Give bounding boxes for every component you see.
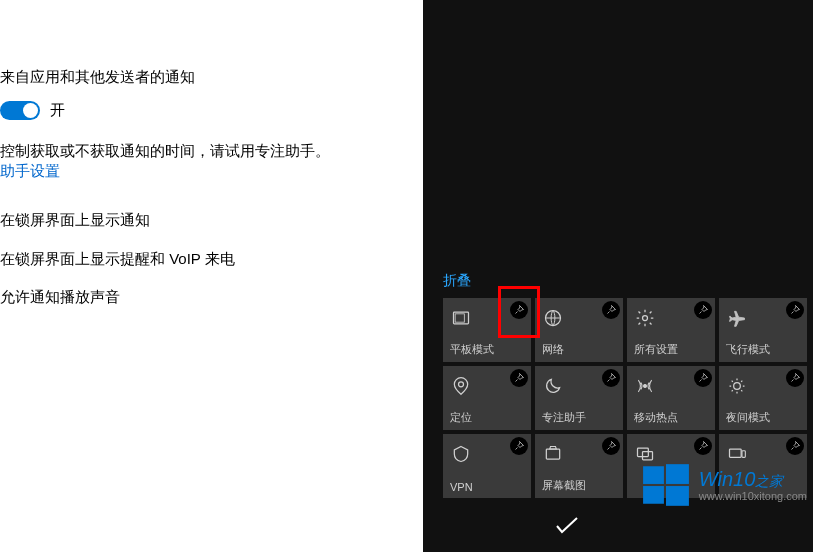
svg-point-4: [459, 382, 464, 387]
pin-badge: [786, 369, 804, 387]
svg-rect-9: [643, 452, 653, 460]
svg-point-5: [643, 384, 646, 387]
tile-label: 平板模式: [450, 342, 494, 357]
focus-hint-text: 控制获取或不获取通知的时间，请试用专注助手。: [0, 140, 423, 163]
red-highlight-box: [498, 286, 540, 338]
tile-label: 专注助手: [542, 410, 586, 425]
watermark-suffix: 之家: [755, 473, 783, 489]
pin-badge: [694, 301, 712, 319]
gear-icon: [635, 308, 655, 328]
lockscreen-remind-checkbox[interactable]: 在锁屏界面上显示提醒和 VoIP 来电: [0, 248, 423, 271]
pin-badge: [510, 369, 528, 387]
svg-rect-1: [455, 314, 464, 322]
svg-rect-12: [643, 466, 664, 484]
notifications-label: 来自应用和其他发送者的通知: [0, 66, 423, 89]
pin-badge: [602, 369, 620, 387]
svg-rect-10: [730, 449, 742, 457]
svg-rect-13: [666, 464, 689, 484]
tile-vpn[interactable]: VPN: [443, 434, 531, 498]
svg-rect-14: [643, 486, 664, 504]
tile-all-settings[interactable]: 所有设置: [627, 298, 715, 362]
tile-screenshot[interactable]: 屏幕截图: [535, 434, 623, 498]
svg-rect-7: [546, 449, 559, 459]
hotspot-icon: [635, 376, 655, 396]
tablet-icon: [451, 308, 471, 328]
screenshot-icon: [543, 444, 563, 464]
airplane-icon: [727, 308, 747, 328]
tile-location[interactable]: 定位: [443, 366, 531, 430]
svg-point-6: [734, 383, 741, 390]
lockscreen-notify-checkbox[interactable]: 在锁屏界面上显示通知: [0, 209, 423, 232]
svg-rect-15: [666, 486, 689, 506]
tile-label: 夜间模式: [726, 410, 770, 425]
tile-label: 屏幕截图: [542, 478, 586, 493]
tile-focus-assist[interactable]: 专注助手: [535, 366, 623, 430]
watermark-title: Win10: [699, 468, 756, 490]
svg-point-3: [643, 316, 648, 321]
night-icon: [727, 376, 747, 396]
pin-badge: [786, 437, 804, 455]
watermark: Win10之家 www.win10xitong.com: [641, 460, 807, 510]
tile-label: 网络: [542, 342, 564, 357]
page-title: [0, 18, 423, 36]
tile-label: 定位: [450, 410, 472, 425]
pin-badge: [602, 301, 620, 319]
notifications-toggle-row: 开: [0, 101, 423, 120]
tile-label: 飞行模式: [726, 342, 770, 357]
location-icon: [451, 376, 471, 396]
pin-badge: [602, 437, 620, 455]
svg-rect-11: [742, 451, 745, 458]
collapse-link[interactable]: 折叠: [443, 272, 471, 290]
tile-label: 所有设置: [634, 342, 678, 357]
pin-badge: [694, 437, 712, 455]
toggle-state-label: 开: [50, 101, 65, 120]
tile-mobile-hotspot[interactable]: 移动热点: [627, 366, 715, 430]
pin-badge: [694, 369, 712, 387]
tile-airplane-mode[interactable]: 飞行模式: [719, 298, 807, 362]
focus-assist-link[interactable]: 助手设置: [0, 162, 423, 181]
done-check[interactable]: [551, 514, 583, 542]
tile-network[interactable]: 网络: [535, 298, 623, 362]
pin-badge: [510, 437, 528, 455]
pin-badge: [786, 301, 804, 319]
tile-label: 移动热点: [634, 410, 678, 425]
tile-night-light[interactable]: 夜间模式: [719, 366, 807, 430]
vpn-icon: [451, 444, 471, 464]
allow-sound-checkbox[interactable]: 允许通知播放声音: [0, 286, 423, 309]
notifications-toggle[interactable]: [0, 101, 40, 120]
watermark-url: www.win10xitong.com: [699, 490, 807, 502]
tile-label: VPN: [450, 481, 473, 493]
network-icon: [543, 308, 563, 328]
windows-logo-icon: [641, 460, 691, 510]
moon-icon: [543, 376, 563, 396]
settings-panel: 来自应用和其他发送者的通知 开 控制获取或不获取通知的时间，请试用专注助手。 助…: [0, 0, 423, 552]
